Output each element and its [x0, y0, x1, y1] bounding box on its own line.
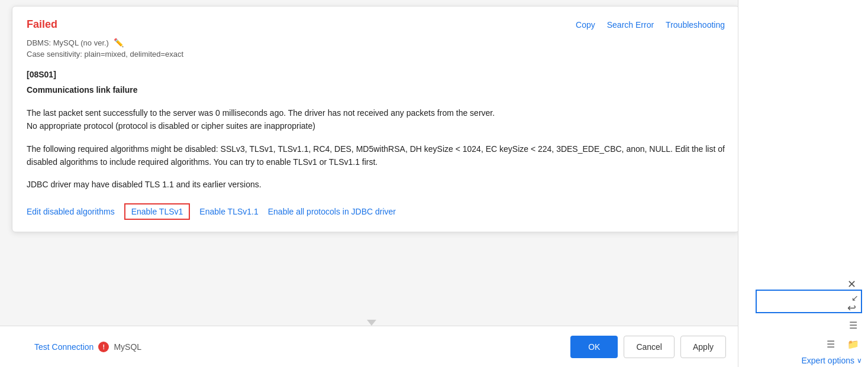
error-paragraph-1: The last packet sent successfully to the…: [27, 106, 725, 133]
expert-options-label: Expert options: [802, 356, 855, 365]
error-paragraph-3: JDBC driver may have disabled TLS 1.1 an…: [27, 178, 725, 191]
test-connection-area: Test Connection ! MySQL: [6, 342, 141, 352]
connection-input-area[interactable]: ↙: [756, 290, 862, 313]
back-icon[interactable]: ↩: [847, 301, 856, 314]
bottom-buttons: OK Cancel Apply: [570, 336, 726, 358]
failed-status: Failed: [27, 18, 57, 31]
expert-options-row[interactable]: Expert options ∨: [802, 356, 863, 365]
error-dialog: Failed Copy Search Error Troubleshooting…: [12, 6, 740, 232]
error-code: [08S01]: [27, 68, 725, 81]
dbms-info-row: DBMS: MySQL (no ver.) ✏️: [27, 38, 725, 47]
dbms-info-text: DBMS: MySQL (no ver.): [27, 38, 109, 47]
ok-button[interactable]: OK: [570, 336, 618, 358]
error-title: Communications link failure: [27, 83, 725, 96]
chevron-down-icon: ∨: [857, 356, 862, 365]
copy-link[interactable]: Copy: [576, 20, 595, 30]
error-badge: !: [98, 342, 109, 352]
list-icon-2[interactable]: ☰: [822, 337, 840, 351]
right-icon-row: ☰ ☰ 📁: [822, 318, 862, 351]
test-connection-link[interactable]: Test Connection: [34, 342, 93, 352]
error-paragraph-2: The following required algorithms might …: [27, 142, 725, 169]
troubleshooting-link[interactable]: Troubleshooting: [666, 20, 725, 30]
close-icon[interactable]: ✕: [847, 278, 856, 291]
triangle-connector: [367, 320, 376, 326]
dialog-header: Failed Copy Search Error Troubleshooting: [27, 18, 725, 31]
edit-icon[interactable]: ✏️: [114, 38, 124, 47]
folder-icon[interactable]: 📁: [844, 337, 862, 351]
edit-disabled-algorithms-link[interactable]: Edit disabled algorithms: [27, 207, 115, 216]
enable-all-protocols-link[interactable]: Enable all protocols in JDBC driver: [268, 207, 396, 216]
enable-tlsv11-link[interactable]: Enable TLSv1.1: [199, 207, 258, 216]
bottom-bar: Test Connection ! MySQL OK Cancel Apply: [0, 326, 738, 367]
apply-button[interactable]: Apply: [680, 336, 726, 358]
error-content: [08S01] Communications link failure The …: [27, 68, 725, 191]
cancel-button[interactable]: Cancel: [624, 336, 675, 358]
mysql-label: MySQL: [114, 342, 141, 352]
header-links: Copy Search Error Troubleshooting: [576, 20, 725, 30]
search-error-link[interactable]: Search Error: [607, 20, 654, 30]
case-sensitivity-text: Case sensitivity: plain=mixed, delimited…: [27, 50, 725, 59]
action-links: Edit disabled algorithms Enable TLSv1 En…: [27, 203, 725, 220]
right-panel: ↙ ☰ ☰ 📁 Expert options ∨ ✕ ↩: [738, 0, 868, 367]
enable-tlsv1-link[interactable]: Enable TLSv1: [124, 203, 191, 220]
list-icon-1[interactable]: ☰: [844, 318, 862, 332]
